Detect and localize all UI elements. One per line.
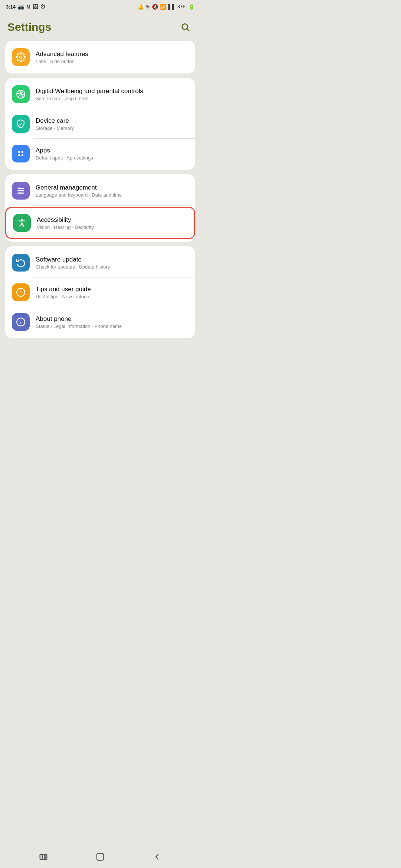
software-update-item[interactable]: Software update Check for updates · Upda… (5, 248, 195, 277)
page-title: Settings (7, 21, 51, 33)
device-care-text: Device care Storage · Memory (36, 117, 189, 131)
advanced-features-text: Advanced features Labs · Side button (36, 50, 189, 64)
about-phone-subtitle: Status · Legal information · Phone name (36, 323, 189, 329)
software-update-text: Software update Check for updates · Upda… (36, 256, 189, 270)
svg-point-7 (22, 154, 23, 156)
section-support: Software update Check for updates · Upda… (5, 246, 195, 338)
advanced-features-icon (12, 48, 30, 66)
svg-point-0 (182, 24, 188, 29)
battery-icon: 🔋 (188, 4, 195, 10)
search-icon (180, 22, 190, 32)
accessibility-item[interactable]: Accessibility Vision · Hearing · Dexteri… (6, 208, 194, 238)
general-management-item[interactable]: General management Language and keyboard… (5, 176, 195, 206)
about-phone-title: About phone (36, 315, 189, 323)
mute-icon: 🔇 (152, 4, 158, 10)
svg-point-13 (19, 192, 21, 194)
instagram-icon: 📷 (18, 4, 24, 10)
alarm-icon: 🔔 (137, 4, 144, 10)
signal-icon: ▌▌ (168, 4, 176, 10)
time-display: 3:14 (6, 4, 16, 10)
digital-wellbeing-text: Digital Wellbeing and parental controls … (36, 88, 189, 101)
gmail-icon: M (26, 4, 30, 10)
digital-wellbeing-subtitle: Screen time · App timers (36, 96, 189, 101)
accessibility-highlight-border: Accessibility Vision · Hearing · Dexteri… (5, 207, 195, 239)
about-phone-text: About phone Status · Legal information ·… (36, 315, 189, 329)
bluetooth-icon: ✳ (146, 4, 150, 10)
tips-title: Tips and user guide (36, 286, 189, 293)
accessibility-text: Accessibility Vision · Hearing · Dexteri… (37, 216, 188, 230)
battery-display: 37% (177, 4, 186, 9)
accessibility-icon (13, 214, 31, 232)
software-update-subtitle: Check for updates · Update history (36, 264, 189, 270)
apps-subtitle: Default apps · App settings (36, 155, 189, 161)
about-phone-icon (12, 313, 30, 331)
section-digital: Digital Wellbeing and parental controls … (5, 78, 195, 170)
accessibility-highlight-wrapper: Accessibility Vision · Hearing · Dexteri… (5, 207, 195, 239)
digital-wellbeing-icon (12, 85, 30, 103)
tips-text: Tips and user guide Useful tips · New fe… (36, 286, 189, 299)
section-advanced: Advanced features Labs · Side button (5, 41, 195, 73)
about-phone-item[interactable]: About phone Status · Legal information ·… (5, 307, 195, 337)
svg-point-12 (22, 190, 23, 191)
advanced-features-subtitle: Labs · Side button (36, 59, 189, 64)
timer-icon: ⏱ (40, 4, 45, 10)
svg-point-11 (19, 187, 20, 189)
svg-point-4 (18, 151, 20, 153)
status-left: 3:14 📷 M 🖼 ⏱ (6, 4, 45, 10)
svg-point-6 (18, 154, 20, 156)
general-management-subtitle: Language and keyboard · Date and time (36, 192, 189, 198)
search-button[interactable] (177, 19, 193, 35)
svg-line-1 (187, 29, 189, 31)
general-management-title: General management (36, 184, 189, 191)
software-update-title: Software update (36, 256, 189, 263)
device-care-subtitle: Storage · Memory (36, 125, 189, 131)
advanced-features-item[interactable]: Advanced features Labs · Side button (5, 42, 195, 72)
device-care-icon (12, 115, 30, 133)
accessibility-subtitle: Vision · Hearing · Dexterity (37, 224, 188, 230)
software-update-icon (12, 254, 30, 272)
page-header: Settings (0, 12, 200, 41)
photos-icon: 🖼 (33, 4, 38, 10)
advanced-features-title: Advanced features (36, 50, 189, 58)
digital-wellbeing-title: Digital Wellbeing and parental controls (36, 88, 189, 95)
tips-subtitle: Useful tips · New features (36, 294, 189, 299)
svg-point-2 (20, 56, 22, 59)
apps-icon (12, 145, 30, 162)
svg-point-5 (22, 151, 23, 153)
accessibility-title: Accessibility (37, 216, 188, 224)
svg-point-14 (21, 219, 23, 220)
general-management-icon (12, 182, 30, 200)
section-general: General management Language and keyboard… (5, 174, 195, 242)
wifi-icon: 📶 (160, 4, 166, 10)
tips-icon (12, 283, 30, 301)
device-care-title: Device care (36, 117, 189, 125)
tips-item[interactable]: Tips and user guide Useful tips · New fe… (5, 277, 195, 307)
apps-text: Apps Default apps · App settings (36, 147, 189, 161)
general-management-text: General management Language and keyboard… (36, 184, 189, 198)
status-right: 🔔 ✳ 🔇 📶 ▌▌ 37% 🔋 (137, 4, 195, 10)
status-bar: 3:14 📷 M 🖼 ⏱ 🔔 ✳ 🔇 📶 ▌▌ 37% 🔋 (0, 0, 200, 12)
content-area: Advanced features Labs · Side button Dig… (0, 41, 200, 369)
apps-title: Apps (36, 147, 189, 154)
apps-item[interactable]: Apps Default apps · App settings (5, 139, 195, 168)
digital-wellbeing-item[interactable]: Digital Wellbeing and parental controls … (5, 79, 195, 109)
device-care-item[interactable]: Device care Storage · Memory (5, 109, 195, 139)
